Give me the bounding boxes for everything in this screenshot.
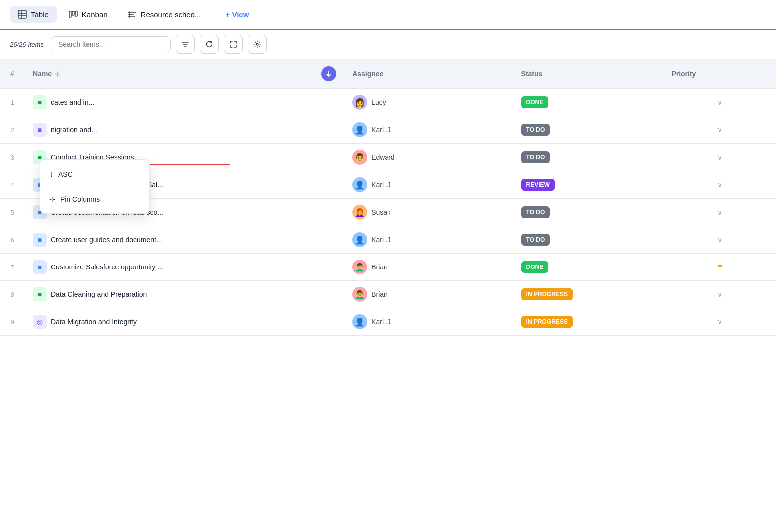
task-name: nigration and... xyxy=(51,126,97,134)
top-bar-divider xyxy=(217,7,217,21)
priority-chevron[interactable]: ∨ xyxy=(717,181,722,189)
filter-btn[interactable] xyxy=(176,35,195,54)
assignee-name: Susan xyxy=(371,208,391,216)
row-priority-cell[interactable]: ≡ xyxy=(663,254,776,281)
row-status-cell: IN PROGRESS xyxy=(513,281,664,308)
row-status-cell: TO DO xyxy=(513,226,664,254)
svg-rect-6 xyxy=(75,11,77,16)
priority-chevron[interactable]: ∨ xyxy=(717,208,722,216)
row-assignee-cell: 👤 Karl .J xyxy=(344,308,513,336)
task-name: cates and in... xyxy=(51,98,94,106)
row-status-cell: TO DO xyxy=(513,144,664,171)
assignee-name: Karl .J xyxy=(371,126,391,134)
refresh-btn[interactable] xyxy=(200,35,219,54)
items-count: 26/26 Items xyxy=(10,41,44,48)
asc-label: ASC xyxy=(58,170,73,178)
priority-chevron[interactable]: ∨ xyxy=(717,318,722,326)
add-view-label: + View xyxy=(225,10,249,19)
row-name-cell: ◎ Data Migration and Integrity xyxy=(25,308,344,336)
search-input[interactable] xyxy=(51,36,171,52)
row-assignee-cell: 👩 Lucy xyxy=(344,89,513,116)
row-num: 3 xyxy=(0,144,25,171)
priority-medium-icon: ≡ xyxy=(718,263,722,271)
avatar: 👨‍🦱 xyxy=(352,260,367,274)
task-name: Data Cleaning and Preparation xyxy=(51,290,147,298)
table-icon xyxy=(18,10,27,19)
table-row: 6 ■ Create user guides and document... 👤… xyxy=(0,226,776,254)
fullscreen-btn[interactable] xyxy=(224,35,243,54)
sort-desc-btn[interactable] xyxy=(321,66,336,81)
avatar: 👨‍🦱 xyxy=(352,287,367,302)
add-view-btn[interactable]: + View xyxy=(225,10,249,19)
col-priority: Priority xyxy=(663,59,776,89)
status-badge: TO DO xyxy=(521,151,550,163)
priority-chevron[interactable]: ∨ xyxy=(717,290,722,298)
row-priority-cell[interactable]: ∨ xyxy=(663,144,776,171)
row-status-cell: DONE xyxy=(513,254,664,281)
row-priority-cell[interactable]: ∨ xyxy=(663,171,776,199)
row-assignee-cell: 👤 Karl .J xyxy=(344,226,513,254)
table-view-btn[interactable]: Table xyxy=(10,6,57,23)
sort-dropdown: ↓ ASC ⊹ Pin Columns xyxy=(40,159,150,214)
filter-icon xyxy=(181,40,189,48)
priority-chevron[interactable]: ∨ xyxy=(717,126,722,134)
task-icon: ■ xyxy=(33,123,47,137)
row-num: 8 xyxy=(0,281,25,308)
avatar: 👤 xyxy=(352,232,367,247)
resource-view-btn[interactable]: Resource sched... xyxy=(120,6,209,23)
resource-icon xyxy=(128,10,137,19)
row-name-cell: ■ nigration and... xyxy=(25,116,344,144)
table-label: Table xyxy=(31,10,49,19)
avatar: 👤 xyxy=(352,177,367,192)
pin-header-icon: ⊹ xyxy=(55,70,60,78)
assignee-name: Brian xyxy=(371,290,388,298)
table-row: 2 ■ nigration and... 👤 Karl .J TO DO ∨ xyxy=(0,116,776,144)
task-name: Create user guides and document... xyxy=(51,236,162,244)
row-num: 6 xyxy=(0,226,25,254)
kanban-view-btn[interactable]: Kanban xyxy=(61,6,116,23)
svg-rect-5 xyxy=(72,11,74,15)
row-num: 2 xyxy=(0,116,25,144)
row-assignee-cell: 👤 Karl .J xyxy=(344,171,513,199)
row-priority-cell[interactable]: ∨ xyxy=(663,308,776,336)
task-name: Customize Salesforce opportunity ... xyxy=(51,263,163,271)
top-bar: Table Kanban Resource sched... + View xyxy=(0,0,776,30)
col-status: Status xyxy=(513,59,664,89)
table-row: 9 ◎ Data Migration and Integrity 👤 Karl … xyxy=(0,308,776,336)
asc-icon: ↓ xyxy=(49,170,53,179)
dropdown-divider xyxy=(40,187,149,187)
row-name-cell: ■ cates and in... xyxy=(25,89,344,116)
row-assignee-cell: 👨‍🦱 Brian xyxy=(344,281,513,308)
status-badge: DONE xyxy=(521,96,549,108)
priority-chevron[interactable]: ∨ xyxy=(717,236,722,244)
svg-rect-0 xyxy=(18,10,26,18)
status-badge: IN PROGRESS xyxy=(521,316,573,328)
row-status-cell: TO DO xyxy=(513,116,664,144)
row-priority-cell[interactable]: ∨ xyxy=(663,281,776,308)
settings-btn[interactable] xyxy=(248,35,267,54)
row-priority-cell[interactable]: ∨ xyxy=(663,199,776,226)
table-container: ↓ ASC ⊹ Pin Columns # Name ⊹ xyxy=(0,59,776,336)
row-assignee-cell: 👩‍🦰 Susan xyxy=(344,199,513,226)
svg-point-11 xyxy=(256,43,258,45)
status-badge: TO DO xyxy=(521,234,550,246)
pin-columns-label: Pin Columns xyxy=(60,195,100,203)
status-badge: IN PROGRESS xyxy=(521,288,573,300)
avatar: 👤 xyxy=(352,314,367,329)
pin-columns-item[interactable]: ⊹ Pin Columns xyxy=(40,189,149,209)
row-priority-cell[interactable]: ∨ xyxy=(663,226,776,254)
row-priority-cell[interactable]: ∨ xyxy=(663,116,776,144)
avatar: 👩‍🦰 xyxy=(352,205,367,220)
avatar: 👩 xyxy=(352,95,367,110)
asc-sort-item[interactable]: ↓ ASC xyxy=(40,164,149,185)
row-status-cell: IN PROGRESS xyxy=(513,308,664,336)
assignee-name: Karl .J xyxy=(371,236,391,244)
priority-chevron[interactable]: ∨ xyxy=(717,98,722,106)
resource-label: Resource sched... xyxy=(141,10,201,19)
row-priority-cell[interactable]: ∨ xyxy=(663,89,776,116)
row-name-cell: ■ Data Cleaning and Preparation xyxy=(25,281,344,308)
priority-chevron[interactable]: ∨ xyxy=(717,153,722,161)
status-badge: REVIEW xyxy=(521,179,555,191)
col-name[interactable]: Name ⊹ xyxy=(25,59,344,89)
toolbar: 26/26 Items xyxy=(0,30,776,59)
